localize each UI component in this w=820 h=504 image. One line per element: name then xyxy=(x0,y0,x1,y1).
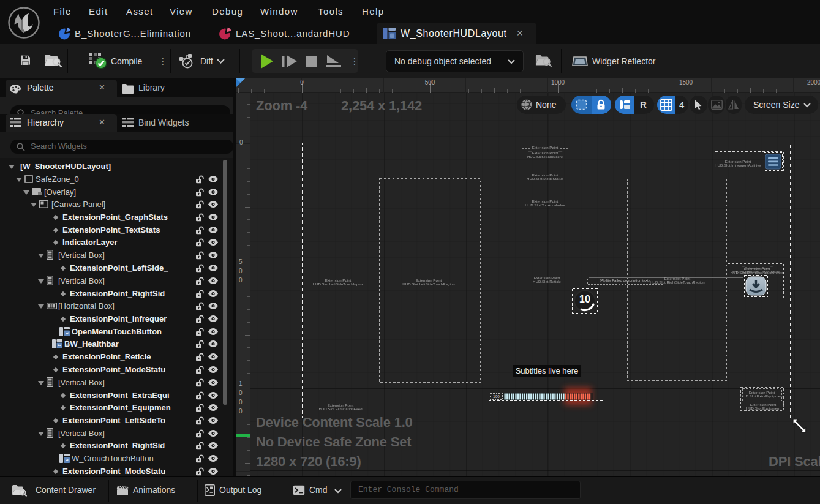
svg-text:100: 100 xyxy=(493,394,500,399)
